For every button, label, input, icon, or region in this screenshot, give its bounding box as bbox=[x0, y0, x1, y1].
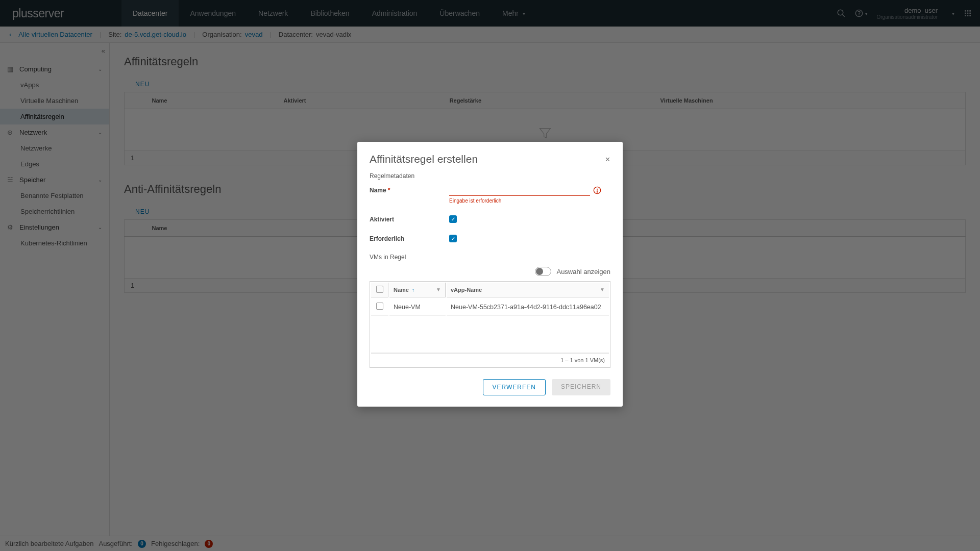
required-checkbox[interactable]: ✓ bbox=[449, 235, 457, 242]
name-label: Name* bbox=[370, 186, 449, 194]
show-selection-label: Auswahl anzeigen bbox=[556, 268, 610, 276]
filter-icon[interactable]: ▼ bbox=[436, 287, 441, 292]
modal-vms-header: VMs in Regel bbox=[370, 254, 610, 261]
create-affinity-modal: Affinitätsregel erstellen ✕ Regelmetadat… bbox=[357, 142, 623, 407]
sort-asc-icon: ↑ bbox=[412, 287, 414, 293]
modal-meta-header: Regelmetadaten bbox=[370, 172, 610, 180]
vm-row-name: Neue-VM bbox=[389, 298, 446, 316]
discard-button[interactable]: VERWERFEN bbox=[483, 379, 546, 395]
vm-table: Name↑▼ vApp-Name▼ Neue-VM Neue-VM-55cb23… bbox=[370, 281, 610, 368]
name-error-msg: Eingabe ist erforderlich bbox=[449, 198, 610, 204]
vm-col-name[interactable]: Name↑▼ bbox=[389, 283, 446, 297]
enabled-label: Aktiviert bbox=[370, 215, 449, 223]
vm-row-vapp: Neue-VM-55cb2371-a91a-44d2-9116-ddc11a96… bbox=[447, 298, 609, 316]
vm-col-vapp[interactable]: vApp-Name▼ bbox=[447, 283, 609, 297]
required-label: Erforderlich bbox=[370, 234, 449, 242]
save-button[interactable]: SPEICHERN bbox=[552, 379, 610, 395]
show-selection-toggle[interactable] bbox=[535, 267, 551, 276]
error-icon bbox=[593, 186, 601, 194]
svg-point-15 bbox=[597, 191, 597, 192]
select-all-checkbox[interactable] bbox=[376, 286, 383, 293]
filter-icon[interactable]: ▼ bbox=[600, 287, 605, 292]
modal-title: Affinitätsregel erstellen bbox=[370, 153, 478, 165]
close-icon[interactable]: ✕ bbox=[605, 156, 610, 163]
name-input[interactable] bbox=[449, 186, 590, 196]
enabled-checkbox[interactable]: ✓ bbox=[449, 215, 457, 223]
vm-row-checkbox[interactable] bbox=[376, 303, 383, 310]
vm-row[interactable]: Neue-VM Neue-VM-55cb2371-a91a-44d2-9116-… bbox=[371, 298, 609, 316]
vm-table-footer: 1 – 1 von 1 VM(s) bbox=[371, 354, 609, 366]
